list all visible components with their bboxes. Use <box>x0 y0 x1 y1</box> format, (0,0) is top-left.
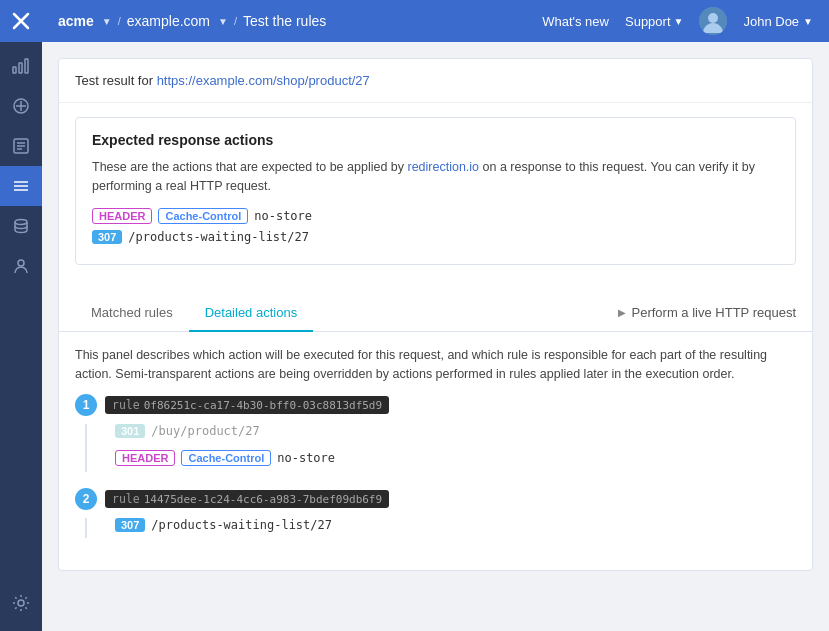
org-name[interactable]: acme <box>58 13 94 29</box>
tabs-bar: Matched rules Detailed actions ▶ Perform… <box>59 295 812 332</box>
action-header-line: HEADER Cache-Control no-store <box>92 208 779 224</box>
rule-2-307-badge: 307 <box>115 518 145 532</box>
logs-icon[interactable] <box>0 126 42 166</box>
cache-control-badge: Cache-Control <box>158 208 248 224</box>
support-link[interactable]: Support ▼ <box>625 14 683 29</box>
expected-response-section: Expected response actions These are the … <box>59 103 812 295</box>
page-title: Test the rules <box>243 13 326 29</box>
rule-1-uuid: 0f86251c-ca17-4b30-bff0-03c8813df5d9 <box>144 399 382 412</box>
rule-block-1: 1 rule 0f86251c-ca17-4b30-bff0-03c8813df… <box>75 394 796 472</box>
perform-live-label: Perform a live HTTP request <box>632 305 796 320</box>
site-name[interactable]: example.com <box>127 13 210 29</box>
breadcrumb-separator-2: / <box>234 15 237 27</box>
top-navigation: acme ▼ / example.com ▼ / Test the rules … <box>42 0 829 42</box>
rule-1-no-store-value: no-store <box>277 451 335 465</box>
rule-1-action-301: 301 /buy/product/27 <box>115 424 335 438</box>
svg-rect-3 <box>19 63 22 73</box>
tab-detailed-actions[interactable]: Detailed actions <box>189 295 314 332</box>
rules-icon[interactable] <box>0 166 42 206</box>
rule-1-cache-control-badge: Cache-Control <box>181 450 271 466</box>
main-area: acme ▼ / example.com ▼ / Test the rules … <box>42 0 829 631</box>
test-result-url[interactable]: https://example.com/shop/product/27 <box>157 73 370 88</box>
rule-word-2: rule <box>112 492 140 506</box>
rule-block-2: 2 rule 14475dee-1c24-4cc6-a983-7bdef09db… <box>75 488 796 538</box>
svg-point-15 <box>15 220 27 225</box>
breadcrumb: acme ▼ / example.com ▼ / Test the rules <box>58 13 326 29</box>
rule-2-uuid: 14475dee-1c24-4cc6-a983-7bdef09db6f9 <box>144 493 382 506</box>
main-card: Test result for https://example.com/shop… <box>58 58 813 571</box>
307-main-badge: 307 <box>92 230 122 244</box>
support-dropdown-icon: ▼ <box>674 16 684 27</box>
panel-description: This panel describes which action will b… <box>59 332 812 395</box>
settings-icon[interactable] <box>0 583 42 623</box>
members-icon[interactable] <box>0 246 42 286</box>
site-dropdown-icon[interactable]: ▼ <box>218 16 228 27</box>
svg-rect-2 <box>13 67 16 73</box>
support-label: Support <box>625 14 671 29</box>
expected-response-card: Expected response actions These are the … <box>75 117 796 265</box>
rule-2-action-307: 307 /products-waiting-list/27 <box>115 518 332 532</box>
rule-1-label[interactable]: rule 0f86251c-ca17-4b30-bff0-03c8813df5d… <box>105 396 389 414</box>
perform-live-action[interactable]: ▶ Perform a live HTTP request <box>618 305 796 320</box>
test-result-label: Test result for <box>75 73 157 88</box>
analytics-icon[interactable] <box>0 46 42 86</box>
redirects-icon[interactable] <box>0 86 42 126</box>
rule-1-actions: 301 /buy/product/27 HEADER Cache-Control… <box>115 424 335 472</box>
rule-word-1: rule <box>112 398 140 412</box>
svg-point-19 <box>708 13 718 23</box>
svg-rect-4 <box>25 59 28 73</box>
whats-new-link[interactable]: What's new <box>542 14 609 29</box>
play-icon: ▶ <box>618 307 626 318</box>
rule-2-label[interactable]: rule 14475dee-1c24-4cc6-a983-7bdef09db6f… <box>105 490 389 508</box>
user-name-label[interactable]: John Doe ▼ <box>743 14 813 29</box>
action-307-line: 307 /products-waiting-list/27 <box>92 230 779 244</box>
svg-point-17 <box>18 600 24 606</box>
sidebar <box>0 0 42 631</box>
topnav-right: What's new Support ▼ John Doe ▼ <box>542 7 813 35</box>
rule-2-header-row: 2 rule 14475dee-1c24-4cc6-a983-7bdef09db… <box>75 488 796 510</box>
rule-1-number: 1 <box>75 394 97 416</box>
avatar <box>699 7 727 35</box>
rule-2-actions: 307 /products-waiting-list/27 <box>115 518 332 538</box>
logo-icon[interactable] <box>0 0 42 42</box>
rule-2-redirect-value: /products-waiting-list/27 <box>151 518 332 532</box>
org-dropdown-icon[interactable]: ▼ <box>102 16 112 27</box>
content-area: Test result for https://example.com/shop… <box>42 42 829 631</box>
products-waiting-list-value: /products-waiting-list/27 <box>128 230 309 244</box>
expected-response-title: Expected response actions <box>92 132 779 148</box>
redirection-link[interactable]: redirection.io <box>408 160 480 174</box>
no-store-value: no-store <box>254 209 312 223</box>
user-name-text: John Doe <box>743 14 799 29</box>
svg-point-16 <box>18 260 24 266</box>
rule-2-number: 2 <box>75 488 97 510</box>
rule-1-action-header: HEADER Cache-Control no-store <box>115 450 335 466</box>
rules-section: 1 rule 0f86251c-ca17-4b30-bff0-03c8813df… <box>59 394 812 570</box>
test-result-header: Test result for https://example.com/shop… <box>59 59 812 103</box>
user-dropdown-icon: ▼ <box>803 16 813 27</box>
header-badge: HEADER <box>92 208 152 224</box>
301-badge: 301 <box>115 424 145 438</box>
expected-response-desc: These are the actions that are expected … <box>92 158 779 196</box>
rule-1-header-badge: HEADER <box>115 450 175 466</box>
tab-matched-rules[interactable]: Matched rules <box>75 295 189 332</box>
data-icon[interactable] <box>0 206 42 246</box>
rule-1-header-row: 1 rule 0f86251c-ca17-4b30-bff0-03c8813df… <box>75 394 796 416</box>
rule-1-redirect-value: /buy/product/27 <box>151 424 259 438</box>
breadcrumb-separator-1: / <box>118 15 121 27</box>
